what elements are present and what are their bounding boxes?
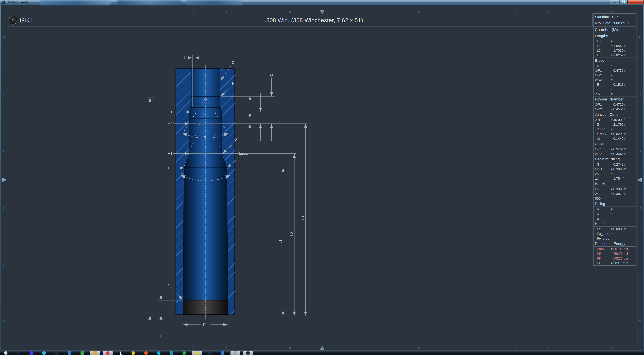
panel-row-equals: = xyxy=(611,207,613,211)
panel-row: r1min= xyxy=(594,127,636,132)
panel-row-equals: = xyxy=(611,92,613,96)
panel-row: L2=1.7039in xyxy=(594,48,636,53)
taskbar-app-icon[interactable] xyxy=(119,351,122,355)
taskbar-app-icon[interactable] xyxy=(246,351,250,355)
taskbar-app-icon[interactable] xyxy=(68,351,71,355)
taskbar-app-icon[interactable] xyxy=(93,351,97,355)
panel-row-label: ∅Z xyxy=(594,192,611,196)
taskbar-app-icon[interactable] xyxy=(208,351,212,355)
close-button[interactable]: ✕ xyxy=(628,0,644,4)
panel-row: Fe_proof= xyxy=(594,236,636,241)
panel-row: ∅R2= xyxy=(594,73,636,78)
panel-row-label: r2 xyxy=(594,137,611,141)
panel-row-value: 0.3079in xyxy=(613,192,636,196)
panel-row-equals: = xyxy=(611,132,613,136)
panel-row-label: S xyxy=(594,123,611,127)
panel-section-rows: ∅H1=0.3461in∅H2=0.3441in xyxy=(593,147,636,156)
panel-row: ∅Z=0.3079in xyxy=(594,191,636,196)
panel-row: ∅P2=0.4551in xyxy=(594,107,636,112)
panel-row-label: ∅P2 xyxy=(594,107,611,111)
panel-row-value: 0.4736in xyxy=(613,69,636,73)
panel-row-equals: = xyxy=(611,137,613,141)
panel-row-label: r xyxy=(594,87,611,91)
panel-section-header: Breech xyxy=(593,58,636,63)
dim-label-l2: L2 xyxy=(290,232,294,236)
panel-row-equals: = xyxy=(611,227,613,231)
chamber-drawing-window: Chamber Drawing — ✕ xyxy=(0,0,644,355)
dim-label-r1: R1 xyxy=(203,323,208,327)
dim-label-alpha: α xyxy=(204,178,206,182)
start-button[interactable] xyxy=(4,351,8,355)
title-bar[interactable]: Chamber Drawing — ✕ xyxy=(0,0,644,5)
panel-row-equals: = xyxy=(611,69,613,73)
panel-section-rows: ∅P1=0.4720in∅P2=0.4551in xyxy=(593,102,636,112)
panel-row-label: ∅H2 xyxy=(594,152,611,156)
taskbar-app-icon[interactable] xyxy=(157,351,160,355)
dim-label-p2: P2 xyxy=(168,166,172,170)
panel-row-equals: = xyxy=(611,167,613,171)
blurred-titlebar-content xyxy=(40,1,111,5)
taskbar-app-icon[interactable]: N xyxy=(221,351,224,355)
panel-row-equals: = xyxy=(611,232,613,236)
panel-row-value: 0.2748in xyxy=(613,163,636,166)
panel-row: ∅H2=0.3441in xyxy=(594,152,636,156)
taskbar[interactable]: N xyxy=(0,351,644,355)
panel-row: Fe=0.0039in xyxy=(594,227,636,231)
panel-row-value: 1.7039in xyxy=(613,49,636,53)
panel-row: Pmax=60191 psi xyxy=(594,247,636,251)
panel-row: G=0.2748in xyxy=(594,162,636,167)
panel-row-label: ∠δ xyxy=(594,92,611,96)
panel-row-value: 75275 psi xyxy=(613,252,636,256)
panel-row-equals: = xyxy=(611,78,613,82)
panel-row-label: ∅F xyxy=(594,187,611,191)
panel-row-label: u xyxy=(594,217,611,220)
panel-row-value: 1.5543in xyxy=(613,44,636,48)
panel-row-value: 1.75 ° xyxy=(613,177,636,181)
panel-row-equals: = xyxy=(611,212,613,216)
taskbar-app-icon[interactable] xyxy=(30,351,33,355)
panel-row-value: 0.3461in xyxy=(613,147,636,151)
taskbar-app-icon[interactable] xyxy=(42,351,46,355)
taskbar-app-icon[interactable] xyxy=(195,351,199,355)
taskbar-app-icon[interactable] xyxy=(106,351,110,355)
panel-row-equals: = xyxy=(611,83,613,87)
panel-row-label: ∅P1 xyxy=(594,103,611,107)
taskbar-app-icon[interactable] xyxy=(170,351,173,355)
panel-row-equals: = xyxy=(611,87,613,91)
dim-label-l1: L1 xyxy=(278,240,282,244)
taskbar-app-icon[interactable] xyxy=(55,351,58,355)
panel-row-label: L0 xyxy=(594,39,611,43)
panel-row: ∅F=0.3000in xyxy=(594,187,636,191)
panel-section-header: Rifling xyxy=(593,201,636,207)
panel-row-equals: = xyxy=(611,172,613,176)
panel-row-label: L1 xyxy=(594,44,611,48)
taskbar-app-icon[interactable] xyxy=(144,351,148,355)
panel-row-label: E xyxy=(594,83,611,87)
dim-label-r1max: r1max xyxy=(238,151,248,156)
panel-section-rows: R=∅R1=0.4736in∅R2=∅R3=E=0.1516inr=∠δ= xyxy=(593,63,636,97)
taskbar-app-icon[interactable] xyxy=(80,351,84,355)
panel-row-label: G xyxy=(594,163,611,166)
taskbar-app-icon[interactable] xyxy=(234,351,237,355)
taskbar-app-icon[interactable] xyxy=(182,351,186,355)
panel-row-label: ∅G2 xyxy=(594,172,611,176)
minimize-button[interactable]: — xyxy=(610,0,619,4)
dim-label-i: i xyxy=(184,56,185,60)
panel-row-label: Fe_auto xyxy=(594,232,611,236)
taskbar-app-icon[interactable] xyxy=(132,351,135,355)
panel-row-value: 2.0252in xyxy=(613,53,636,57)
panel-row-value: 0.0299in xyxy=(613,132,636,136)
panel-section-header: Powder Chamber xyxy=(593,96,636,102)
dim-label-h: h xyxy=(249,97,251,101)
maximize-button[interactable] xyxy=(619,0,628,4)
panel-row: ▨Q= xyxy=(594,196,636,201)
panel-row-label: Fe_proof xyxy=(594,237,611,240)
panel-section-header: Collar xyxy=(593,141,636,147)
panel-row-label: ∠α xyxy=(594,118,611,122)
panel-row: E=0.1516in xyxy=(594,82,636,87)
panel-row-equals: = xyxy=(611,107,613,111)
taskbar-app-icon[interactable] xyxy=(17,352,19,354)
panel-row: ∅H1=0.3461in xyxy=(594,147,636,152)
panel-row: Fe_auto= xyxy=(594,231,636,236)
dim-label-s: s xyxy=(260,89,262,93)
